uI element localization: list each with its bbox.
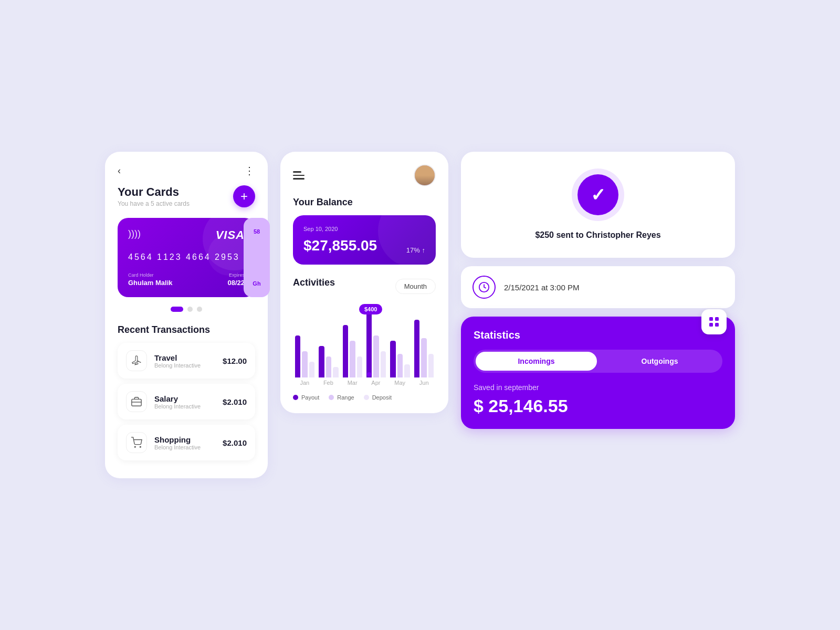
svg-rect-0 [132, 399, 141, 406]
shopping-sub: Belong Interactive [154, 444, 215, 450]
label-apr: Apr [371, 380, 380, 386]
card-holder-name: Ghulam Malik [128, 279, 173, 287]
bar-mar-dark [343, 325, 348, 377]
bar-mar [343, 325, 362, 377]
dot-2[interactable] [187, 307, 193, 312]
month-button[interactable]: Mounth [395, 279, 436, 294]
transaction-salary: Salary Belong Interactive $2.010 [118, 384, 255, 419]
saved-label: Saved in september [474, 383, 722, 392]
svg-rect-7 [709, 323, 713, 327]
label-feb: Feb [323, 380, 333, 386]
nfc-icon: )))) [128, 228, 141, 239]
peek-bottom: Gh [253, 280, 260, 287]
bar-jun-dark [414, 320, 419, 377]
statistics-panel: Statistics Incomings Outgoings Saved in … [461, 317, 735, 429]
bar-apr-dark [366, 309, 372, 377]
bar-apr-light [373, 335, 379, 377]
bar-jan-light [302, 351, 307, 377]
shopping-icon [126, 432, 147, 453]
time-panel: 2/15/2021 at 3:00 PM [461, 266, 735, 308]
tab-incomings[interactable]: Incomings [476, 352, 597, 371]
clock-svg [478, 281, 490, 293]
salary-sub: Belong Interactive [154, 403, 215, 410]
plane-svg [131, 355, 142, 366]
briefcase-svg [131, 396, 142, 407]
legend-label-payout: Payout [301, 394, 319, 401]
right-panels: ✓ $250 sent to Christopher Reyes 2/15/20… [461, 152, 735, 429]
salary-info: Salary Belong Interactive [154, 394, 215, 410]
legend-dot-payout [293, 395, 298, 400]
bar-mar-lightest [357, 356, 362, 377]
legend-label-deposit: Deposit [372, 394, 392, 401]
balance-date: Sep 10, 2020 [303, 226, 425, 232]
svg-point-3 [140, 446, 141, 447]
checkmark-icon: ✓ [591, 184, 605, 205]
bar-feb [319, 346, 338, 377]
label-jan: Jan [300, 380, 309, 386]
label-jun: Jun [419, 380, 429, 386]
balance-title: Your Balance [293, 197, 436, 208]
card-expires: Expires 08/22 [227, 272, 245, 287]
grid-svg [708, 316, 720, 328]
avatar[interactable] [414, 164, 436, 186]
cards-title-row: Your Cards You have a 5 active cards + [118, 185, 255, 207]
bar-feb-dark [319, 346, 324, 377]
more-button[interactable]: ⋮ [244, 164, 255, 177]
bar-apr [366, 309, 386, 377]
bar-may-dark [390, 341, 395, 377]
dot-1[interactable] [171, 307, 183, 312]
bar-mar-light [350, 341, 355, 377]
bar-apr-lightest [381, 351, 386, 377]
travel-info: Travel Belong Interactive [154, 353, 215, 369]
statistics-title: Statistics [474, 329, 722, 341]
check-outer: ✓ [572, 169, 624, 221]
travel-icon [126, 350, 147, 371]
stats-amount: $ 25,146.55 [474, 396, 722, 416]
cart-svg [131, 437, 142, 448]
activities-title: Activities [293, 277, 335, 288]
time-text: 2/15/2021 at 3:00 PM [504, 283, 579, 292]
grid-icon [701, 309, 727, 334]
legend-dot-range [329, 395, 334, 400]
expires-value: 08/22 [227, 279, 245, 287]
menu-button[interactable] [293, 171, 304, 180]
bar-may-light [397, 354, 403, 377]
card-top: )))) VISA [128, 228, 245, 242]
dot-3[interactable] [197, 307, 202, 312]
card-wrapper: )))) VISA 4564 1123 4664 2953 Card Holde… [118, 218, 255, 297]
menu-line-2 [293, 175, 304, 176]
app-container: ‹ ⋮ Your Cards You have a 5 active cards… [105, 152, 735, 478]
legend-payout: Payout [293, 394, 319, 401]
back-button[interactable]: ‹ [118, 165, 121, 176]
clock-icon [472, 276, 496, 299]
bar-jun-lightest [428, 354, 434, 377]
legend-label-range: Range [337, 394, 354, 401]
tab-outgoings[interactable]: Outgoings [599, 352, 720, 371]
bar-feb-lightest [333, 367, 338, 377]
bar-jun-light [421, 338, 426, 377]
cards-title-group: Your Cards You have a 5 active cards [118, 185, 190, 207]
balance-header [293, 164, 436, 186]
success-panel: ✓ $250 sent to Christopher Reyes [461, 152, 735, 258]
menu-line-3 [293, 178, 304, 180]
add-card-button[interactable]: + [233, 185, 255, 207]
menu-line-1 [293, 171, 301, 173]
expires-label: Expires [227, 272, 245, 278]
bar-jan-dark [295, 335, 300, 377]
cards-header: ‹ ⋮ [118, 164, 255, 177]
balance-panel: Your Balance Sep 10, 2020 $27,855.05 17%… [280, 152, 448, 413]
bar-jan [295, 335, 314, 377]
balance-amount: $27,855.05 [303, 237, 377, 254]
svg-rect-6 [715, 317, 719, 321]
travel-sub: Belong Interactive [154, 362, 215, 369]
avatar-image [415, 165, 435, 185]
cards-subtitle: You have a 5 active cards [118, 200, 190, 207]
cards-panel: ‹ ⋮ Your Cards You have a 5 active cards… [105, 152, 268, 478]
transaction-shopping: Shopping Belong Interactive $2.010 [118, 425, 255, 460]
visa-logo: VISA [216, 228, 245, 242]
legend-deposit: Deposit [364, 394, 392, 401]
svg-rect-8 [715, 323, 719, 327]
card-holder-label: Card Holder [128, 272, 173, 278]
travel-name: Travel [154, 353, 215, 362]
chart-labels: Jan Feb Mar Apr May Jun [293, 380, 436, 386]
